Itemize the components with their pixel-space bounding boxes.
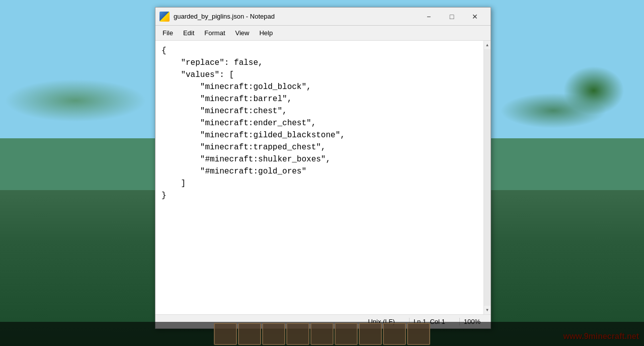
maximize-button[interactable]: □ [440,8,463,26]
menu-view[interactable]: View [230,27,255,39]
menu-help[interactable]: Help [254,27,278,39]
notepad-icon [159,12,170,22]
menu-bar: File Edit Format View Help [155,26,491,41]
vertical-scrollbar[interactable]: ▲ ▼ [484,41,491,314]
taskbar-item-2[interactable] [238,323,261,345]
taskbar-item-5[interactable] [310,323,334,345]
content-area: { "replace": false, "values": [ "minecra… [155,41,491,314]
close-button[interactable]: ✕ [463,8,487,26]
taskbar-item-7[interactable] [359,323,382,345]
menu-file[interactable]: File [157,27,178,39]
notepad-window: guarded_by_piglins.json - Notepad − □ ✕ … [155,7,491,329]
minimize-button[interactable]: − [417,8,440,26]
taskbar-item-3[interactable] [262,323,285,345]
taskbar-item-8[interactable] [383,323,406,345]
scroll-down-arrow[interactable]: ▼ [484,306,491,314]
menu-edit[interactable]: Edit [178,27,199,39]
window-title: guarded_by_piglins.json - Notepad [174,13,417,20]
title-bar: guarded_by_piglins.json - Notepad − □ ✕ [155,8,491,26]
menu-format[interactable]: Format [199,27,230,39]
taskbar-item-4[interactable] [286,323,309,345]
text-editor[interactable]: { "replace": false, "values": [ "minecra… [155,41,484,314]
taskbar-item-1[interactable] [214,323,237,345]
taskbar-item-9[interactable] [407,323,430,345]
window-controls: − □ ✕ [417,8,487,26]
scrollbar-track[interactable] [484,49,491,306]
scroll-up-arrow[interactable]: ▲ [484,41,491,49]
taskbar-item-6[interactable] [335,323,358,345]
taskbar [0,322,644,346]
